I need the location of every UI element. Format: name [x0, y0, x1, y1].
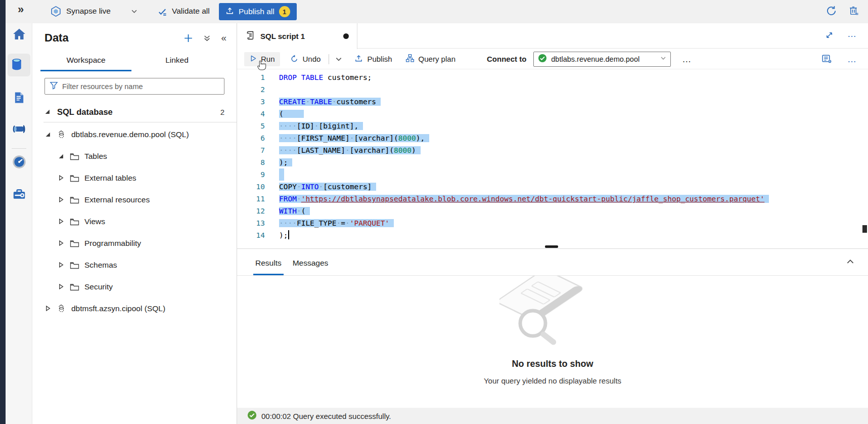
- run-button[interactable]: Run: [244, 52, 280, 66]
- panel-resize-handle[interactable]: [545, 245, 558, 248]
- nav-data[interactable]: [8, 54, 30, 76]
- tree-item-label: Programmability: [84, 239, 141, 248]
- validate-all-button[interactable]: Validate all: [172, 7, 210, 16]
- tree-item[interactable]: dbtmsft.azsyn.cipool (SQL): [32, 298, 237, 319]
- status-message: 00:00:02 Query executed successfully.: [261, 412, 391, 420]
- document-tabstrip: SQL script 1 …: [237, 23, 868, 49]
- sql-pool-icon: [57, 130, 66, 139]
- discard-trash-icon[interactable]: [848, 5, 859, 17]
- sql-database-section[interactable]: SQL database 2: [44, 105, 224, 119]
- section-label: SQL database: [57, 107, 113, 117]
- filter-funnel-icon: [50, 81, 58, 92]
- undo-icon: [290, 54, 299, 64]
- synapse-studio-window: » Synapse live Validate all Publish all …: [0, 0, 868, 424]
- results-settings-icon[interactable]: [821, 54, 832, 64]
- tab-workspace[interactable]: Workspace: [40, 52, 131, 71]
- nav-monitor[interactable]: [8, 151, 30, 174]
- doc-tab-title: SQL script 1: [260, 32, 305, 40]
- nav-integrate[interactable]: [8, 118, 30, 141]
- tab-messages[interactable]: Messages: [291, 259, 331, 275]
- code-line[interactable]: 8);: [237, 156, 868, 168]
- tree-item[interactable]: Programmability: [32, 232, 237, 254]
- undo-button[interactable]: Undo: [285, 52, 326, 67]
- caret-collapsed-icon[interactable]: [58, 219, 64, 224]
- caret-collapsed-icon[interactable]: [58, 175, 64, 181]
- mode-selector-label[interactable]: Synapse live: [66, 7, 111, 16]
- editor-more-icon[interactable]: …: [847, 56, 857, 63]
- code-line[interactable]: 2: [237, 83, 868, 96]
- collapse-panel-icon[interactable]: «: [221, 32, 226, 44]
- synapse-live-icon: [50, 6, 62, 19]
- tab-more-icon[interactable]: …: [847, 30, 857, 40]
- code-line[interactable]: 3CREATE·TABLE·customers: [237, 96, 868, 108]
- expand-editor-icon[interactable]: [825, 30, 834, 40]
- upload-icon: [225, 7, 234, 17]
- unsaved-changes-dot: [343, 33, 349, 39]
- sql-code-editor[interactable]: 1DROP TABLE customers;23CREATE·TABLE·cus…: [237, 69, 868, 248]
- code-line[interactable]: 10COPY·INTO·[customers]: [237, 181, 868, 193]
- gauge-icon: [12, 154, 27, 172]
- text-caret: [288, 230, 289, 239]
- editor-scrollbar-handle[interactable]: [862, 225, 867, 233]
- code-line[interactable]: 9: [237, 168, 868, 181]
- undo-redo-chevron-icon[interactable]: [332, 56, 345, 63]
- code-line[interactable]: 14);: [237, 229, 868, 241]
- tree-item[interactable]: dbtlabs.revenue.demo.pool (SQL): [32, 123, 237, 145]
- main-work-area: SQL script 1 … Run Undo Publish: [237, 23, 868, 424]
- tab-results[interactable]: Results: [253, 259, 284, 275]
- tree-item[interactable]: External tables: [32, 167, 237, 189]
- pool-selector[interactable]: dbtlabs.revenue.demo.pool: [533, 52, 671, 67]
- caret-collapsed-icon[interactable]: [58, 262, 64, 268]
- selection-highlight: ····[FIRST_NAME]·[varchar](8000),: [279, 134, 429, 142]
- selection-highlight: ····[ID]·[bigint],: [279, 122, 363, 130]
- nav-home[interactable]: [8, 24, 30, 47]
- nav-divider: [12, 148, 26, 149]
- tree-item[interactable]: External resources: [32, 189, 237, 210]
- tree-item-label: Schemas: [84, 261, 117, 270]
- database-icon: [9, 57, 24, 74]
- caret-expanded-icon[interactable]: [44, 107, 50, 116]
- code-line[interactable]: 1DROP TABLE customers;: [237, 71, 868, 83]
- tree-item[interactable]: Views: [32, 210, 237, 232]
- caret-collapsed-icon[interactable]: [58, 197, 64, 202]
- caret-collapsed-icon[interactable]: [58, 284, 64, 289]
- publish-all-button[interactable]: Publish all 1: [219, 3, 297, 20]
- sql-object-tree: dbtlabs.revenue.demo.pool (SQL)TablesExt…: [32, 123, 237, 319]
- code-line[interactable]: 5····[ID]·[bigint],: [237, 120, 868, 132]
- connected-check-icon: [538, 54, 547, 64]
- toolbox-icon: [12, 187, 27, 204]
- actions-double-chevron-icon[interactable]: [203, 34, 211, 42]
- nav-manage[interactable]: [8, 184, 30, 206]
- tab-sql-script-1[interactable]: SQL script 1: [237, 23, 357, 49]
- caret-collapsed-icon[interactable]: [44, 306, 51, 311]
- code-line[interactable]: 13····FILE_TYPE·=·'PARQUET': [237, 217, 868, 229]
- line-number: 13: [237, 217, 265, 229]
- line-number: 7: [237, 144, 265, 156]
- selection-highlight: );: [279, 158, 292, 166]
- tree-item[interactable]: Tables: [32, 145, 237, 167]
- refresh-icon[interactable]: [826, 5, 837, 17]
- tree-item[interactable]: Schemas: [32, 254, 237, 276]
- expand-nav-icon[interactable]: »: [18, 3, 23, 16]
- caret-expanded-icon[interactable]: [44, 132, 51, 137]
- publish-button[interactable]: Publish: [349, 52, 397, 67]
- chevron-down-icon[interactable]: [131, 8, 138, 17]
- nav-develop[interactable]: [8, 87, 30, 110]
- caret-expanded-icon[interactable]: [58, 153, 64, 159]
- code-line[interactable]: 4(: [237, 108, 868, 120]
- code-line[interactable]: 6····[FIRST_NAME]·[varchar](8000),: [237, 132, 868, 144]
- tree-item[interactable]: Security: [32, 276, 237, 298]
- code-line[interactable]: 12WITH·(: [237, 205, 868, 217]
- filter-input[interactable]: [62, 82, 219, 91]
- caret-collapsed-icon[interactable]: [58, 240, 64, 246]
- section-count: 2: [220, 108, 224, 116]
- collapse-results-chevron-icon[interactable]: [846, 257, 855, 268]
- code-line[interactable]: 7····[LAST_NAME]·[varchar](8000): [237, 144, 868, 156]
- tab-linked[interactable]: Linked: [131, 52, 222, 71]
- code-line[interactable]: 11FROM·'https://dbtlabsynapsedatalake.bl…: [237, 193, 868, 205]
- folder-icon: [70, 196, 79, 204]
- query-plan-button[interactable]: Query plan: [400, 51, 461, 67]
- left-nav-rail: [6, 0, 32, 424]
- add-resource-icon[interactable]: [184, 33, 193, 43]
- toolbar-more-icon[interactable]: …: [682, 56, 692, 63]
